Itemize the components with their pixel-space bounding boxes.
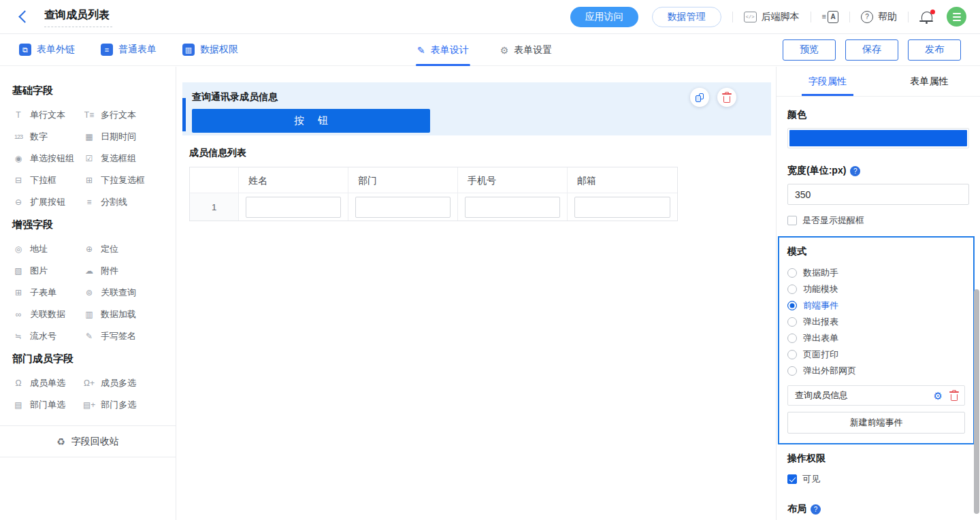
- table-cell-input-部门[interactable]: [355, 197, 451, 218]
- notification-button[interactable]: [919, 10, 934, 25]
- tab-form-properties[interactable]: 表单属性: [879, 67, 980, 96]
- palette-item-手写签名[interactable]: ✎手写签名: [83, 325, 176, 347]
- color-picker[interactable]: [787, 128, 969, 148]
- radio-icon[interactable]: [787, 350, 797, 359]
- preview-button[interactable]: 预览: [783, 39, 836, 61]
- signature-icon: ✎: [83, 332, 95, 340]
- table-cell-input-邮箱[interactable]: [574, 197, 670, 218]
- form-design-icon: ✎: [417, 45, 425, 56]
- toolbar-link-普通表单[interactable]: ≡普通表单: [101, 44, 157, 56]
- new-event-button[interactable]: 新建前端事件: [787, 412, 965, 434]
- table-title: 成员信息列表: [189, 147, 678, 159]
- mode-option-弹出表单[interactable]: 弹出表单: [787, 330, 965, 346]
- palette-item-部门多选[interactable]: ▤+部门多选: [83, 394, 176, 416]
- save-button[interactable]: 保存: [845, 39, 898, 61]
- width-help-icon[interactable]: ?: [850, 166, 860, 176]
- language-icon[interactable]: ≡ A: [822, 11, 838, 23]
- palette-item-多行文本[interactable]: T≡多行文本: [83, 104, 176, 126]
- palette-item-关联数据[interactable]: ∞关联数据: [12, 304, 83, 325]
- back-icon[interactable]: [18, 10, 31, 22]
- palette-item-数字[interactable]: 123数字: [12, 126, 83, 148]
- field-recycle-bin[interactable]: ♻字段回收站: [0, 425, 176, 457]
- palette-item-数据加载[interactable]: ▥数据加载: [83, 304, 176, 325]
- frontend-event-row[interactable]: 查询成员信息 ⚙: [787, 385, 965, 406]
- palette-item-图片[interactable]: ▧图片: [12, 260, 83, 282]
- palette-item-label: 部门多选: [101, 399, 136, 411]
- palette-item-label: 单选按钮组: [30, 152, 74, 165]
- publish-button[interactable]: 发布: [908, 39, 961, 61]
- inspector-panel: 字段属性 表单属性 颜色 宽度(单位:px) ? 是否显示提醒框 模式 数据助手…: [776, 67, 980, 520]
- event-delete-icon[interactable]: [951, 391, 958, 401]
- multi-line-text-icon: T≡: [83, 111, 95, 119]
- palette-item-流水号[interactable]: ≒流水号: [12, 325, 83, 347]
- palette-item-单行文本[interactable]: T单行文本: [12, 104, 83, 126]
- palette-grid: Ω成员单选Ω+成员多选▤部门单选▤+部门多选: [12, 372, 176, 416]
- tab-表单设计[interactable]: ✎表单设计: [417, 34, 469, 66]
- palette-section: 增强字段◎地址⊕定位▧图片☁附件⊞子表单⊚关联查询∞关联数据▥数据加载≒流水号✎…: [0, 218, 176, 347]
- mode-option-弹出报表[interactable]: 弹出报表: [787, 314, 965, 330]
- mode-option-label: 功能模块: [803, 283, 838, 295]
- table-header-姓名: 姓名: [239, 167, 348, 193]
- help-button[interactable]: ? 帮助: [861, 11, 897, 23]
- palette-item-部门单选[interactable]: ▤部门单选: [12, 394, 83, 416]
- reminder-checkbox[interactable]: [787, 216, 797, 225]
- event-settings-icon[interactable]: ⚙: [934, 391, 943, 401]
- data-manage-button[interactable]: 数据管理: [652, 7, 721, 27]
- mode-option-弹出外部网页[interactable]: 弹出外部网页: [787, 363, 965, 379]
- palette-item-下拉框[interactable]: ⊟下拉框: [12, 169, 83, 191]
- radio-icon[interactable]: [787, 334, 797, 343]
- form-button[interactable]: 按 钮: [192, 109, 430, 133]
- reminder-label: 是否显示提醒框: [802, 214, 864, 227]
- palette-item-分割线[interactable]: ≡分割线: [83, 191, 176, 213]
- width-input[interactable]: [787, 184, 969, 205]
- table-cell-input-手机号[interactable]: [465, 197, 560, 218]
- mode-option-页面打印[interactable]: 页面打印: [787, 346, 965, 363]
- tab-field-properties[interactable]: 字段属性: [777, 67, 879, 96]
- app-access-button[interactable]: 应用访问: [570, 7, 638, 27]
- palette-item-定位[interactable]: ⊕定位: [83, 238, 176, 260]
- visible-checkbox-row[interactable]: 可见: [787, 473, 969, 485]
- single-line-text-icon: T: [12, 111, 24, 119]
- palette-item-日期时间[interactable]: ▦日期时间: [83, 126, 176, 148]
- mode-option-功能模块[interactable]: 功能模块: [787, 281, 965, 297]
- radio-icon[interactable]: [787, 285, 797, 294]
- toolbar-link-数据权限[interactable]: ▥数据权限: [182, 44, 238, 56]
- layout-title: 布局 ?: [787, 503, 969, 515]
- panel-scrollbar[interactable]: [974, 289, 979, 514]
- dept-multi-icon: ▤+: [83, 401, 95, 409]
- recycle-label: 字段回收站: [71, 436, 119, 448]
- mode-option-数据助手[interactable]: 数据助手: [787, 265, 965, 281]
- table-cell-input-姓名[interactable]: [246, 197, 341, 218]
- palette-item-关联查询[interactable]: ⊚关联查询: [83, 282, 176, 304]
- avatar[interactable]: [947, 7, 966, 27]
- subform-table-widget[interactable]: 成员信息列表 姓名部门手机号邮箱1: [189, 147, 678, 221]
- palette-item-扩展按钮[interactable]: ⊖扩展按钮: [12, 191, 83, 213]
- delete-widget-button[interactable]: [717, 88, 736, 107]
- palette-item-单选按钮组[interactable]: ◉单选按钮组: [12, 148, 83, 169]
- radio-icon[interactable]: [787, 317, 797, 327]
- palette-item-子表单[interactable]: ⊞子表单: [12, 282, 83, 304]
- toolbar-link-表单外链[interactable]: ⧉表单外链: [19, 44, 75, 56]
- palette-item-下拉复选框[interactable]: ⊞下拉复选框: [83, 169, 176, 191]
- layout-help-icon[interactable]: ?: [811, 504, 821, 515]
- radio-icon[interactable]: [787, 301, 797, 310]
- serial-number-icon: ≒: [12, 332, 24, 340]
- radio-icon[interactable]: [787, 366, 797, 376]
- mode-option-label: 弹出报表: [803, 316, 838, 328]
- palette-item-附件[interactable]: ☁附件: [83, 260, 176, 282]
- selected-button-widget[interactable]: 查询通讯录成员信息 按 钮: [182, 82, 771, 135]
- radio-icon[interactable]: [787, 268, 797, 278]
- table-corner-cell: [190, 167, 239, 193]
- subform-icon: ⊞: [12, 289, 24, 297]
- palette-item-复选框组[interactable]: ☑复选框组: [83, 148, 176, 169]
- palette-item-成员多选[interactable]: Ω+成员多选: [83, 372, 176, 394]
- reminder-checkbox-row[interactable]: 是否显示提醒框: [787, 214, 969, 227]
- mode-option-前端事件[interactable]: 前端事件: [787, 297, 965, 314]
- palette-item-地址[interactable]: ◎地址: [12, 238, 83, 260]
- palette-item-成员单选[interactable]: Ω成员单选: [12, 372, 83, 394]
- toolbar-link-label: 数据权限: [200, 44, 238, 56]
- backend-script-button[interactable]: </> 后端脚本: [744, 11, 800, 23]
- copy-widget-button[interactable]: [690, 88, 709, 107]
- visible-checkbox[interactable]: [787, 474, 797, 484]
- tab-表单设置[interactable]: ⚙表单设置: [500, 34, 553, 66]
